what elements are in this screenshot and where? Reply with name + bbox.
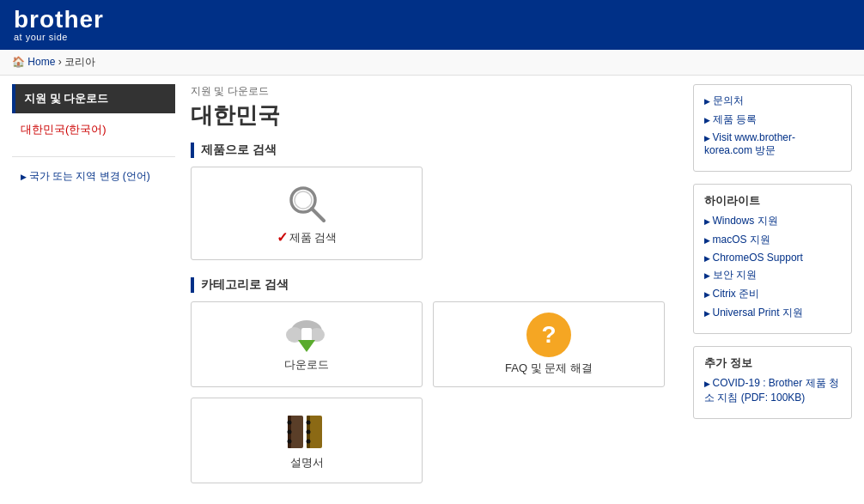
- highlight-chromeos[interactable]: ChromeOS Support: [704, 252, 841, 264]
- svg-point-11: [288, 430, 292, 434]
- highlight-universal[interactable]: Universal Print 지원: [704, 306, 841, 320]
- faq-label: FAQ 및 문제 해결: [505, 361, 593, 376]
- highlights-title: 하이라이트: [704, 193, 841, 209]
- svg-point-10: [288, 421, 292, 425]
- category-manual[interactable]: 설명서: [191, 398, 423, 483]
- category-faq[interactable]: ? FAQ 및 문제 해결: [433, 301, 665, 387]
- header: brother at your side: [0, 0, 864, 50]
- faq-icon: ?: [526, 313, 571, 357]
- breadcrumb-home[interactable]: Home: [27, 56, 55, 68]
- contact-box: 문의처 제품 등록 Visit www.brother-korea.com 방문: [693, 84, 852, 172]
- logo-area: brother at your side: [14, 8, 104, 42]
- svg-marker-7: [298, 340, 315, 352]
- product-search-box[interactable]: ✓ 제품 검색: [191, 167, 423, 260]
- manual-label: 설명서: [290, 455, 324, 471]
- svg-point-12: [288, 440, 292, 444]
- svg-point-17: [307, 440, 311, 444]
- right-sidebar: 문의처 제품 등록 Visit www.brother-korea.com 방문…: [693, 84, 852, 483]
- manual-icon: [283, 410, 331, 452]
- main-layout: 지원 및 다운로드 대한민국(한국어) 국가 또는 지역 변경 (언어) 지원 …: [0, 76, 864, 492]
- contact-link-inquiry[interactable]: 문의처: [704, 94, 841, 108]
- extra-info-box: 추가 정보 COVID-19 : Brother 제품 청소 지침 (PDF: …: [693, 346, 852, 419]
- category-section-bar: [191, 277, 194, 293]
- category-grid-row2: 설명서: [191, 398, 678, 483]
- breadcrumb: 🏠 Home › 코리아: [0, 50, 864, 76]
- search-icon-area: ✓ 제품 검색: [205, 181, 408, 246]
- svg-line-1: [312, 209, 324, 221]
- search-label-row: ✓ 제품 검색: [277, 229, 338, 246]
- left-sidebar: 지원 및 다운로드 대한민국(한국어) 국가 또는 지역 변경 (언어): [12, 84, 175, 483]
- highlight-macos[interactable]: macOS 지원: [704, 233, 841, 247]
- highlight-security[interactable]: 보안 지원: [704, 268, 841, 282]
- home-icon: 🏠: [12, 56, 25, 68]
- contact-link-register[interactable]: 제품 등록: [704, 112, 841, 127]
- extra-title: 추가 정보: [704, 355, 841, 371]
- main-content: 지원 및 다운로드 대한민국 제품으로 검색 ✓ 제품 검색: [191, 84, 678, 483]
- highlight-citrix[interactable]: Citrix 준비: [704, 287, 841, 301]
- category-download[interactable]: 다운로드: [191, 301, 423, 387]
- section-bar: [191, 143, 194, 158]
- product-search-heading: 제품으로 검색: [191, 143, 678, 158]
- svg-point-16: [307, 430, 311, 434]
- sidebar-link-korea[interactable]: 대한민국(한국어): [12, 117, 175, 143]
- category-grid: 다운로드 ? FAQ 및 문제 해결: [191, 301, 678, 387]
- highlight-windows[interactable]: Windows 지원: [704, 214, 841, 228]
- breadcrumb-current: 코리아: [64, 56, 95, 68]
- sidebar-title: 지원 및 다운로드: [12, 84, 175, 113]
- svg-point-15: [307, 421, 311, 425]
- sidebar-change-region[interactable]: 국가 또는 지역 변경 (언어): [12, 164, 175, 189]
- svg-point-2: [295, 191, 312, 209]
- category-search-heading: 카테고리로 검색: [191, 277, 678, 293]
- download-label: 다운로드: [284, 357, 329, 373]
- sidebar-section: 국가 또는 지역 변경 (언어): [12, 156, 175, 189]
- tagline: at your side: [14, 32, 68, 42]
- cloud-download-icon: [283, 316, 331, 354]
- product-search-label: 제품 검색: [289, 230, 338, 246]
- logo-text: brother: [14, 8, 104, 32]
- highlights-box: 하이라이트 Windows 지원 macOS 지원 ChromeOS Suppo…: [693, 184, 852, 334]
- category-section: 카테고리로 검색 다운로드 ?: [191, 277, 678, 483]
- search-icon: [284, 181, 329, 226]
- contact-link-website[interactable]: Visit www.brother-korea.com 방문: [704, 131, 841, 158]
- page-title: 대한민국: [191, 100, 678, 131]
- extra-covid[interactable]: COVID-19 : Brother 제품 청소 지침 (PDF: 100KB): [704, 376, 841, 405]
- product-search-title: 제품으로 검색: [201, 143, 277, 158]
- content-section-label: 지원 및 다운로드: [191, 84, 678, 99]
- breadcrumb-separator: ›: [58, 56, 64, 68]
- checkmark: ✓: [277, 229, 288, 246]
- category-search-title: 카테고리로 검색: [201, 277, 289, 293]
